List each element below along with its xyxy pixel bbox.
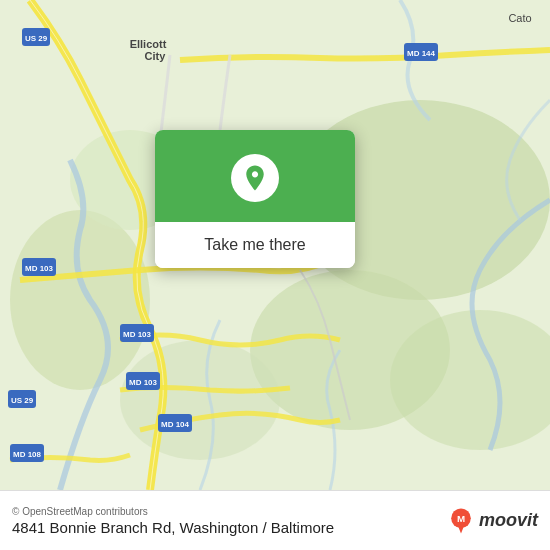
svg-text:MD 144: MD 144 [407, 49, 436, 58]
take-me-there-button[interactable]: Take me there [155, 222, 355, 268]
svg-text:MD 103: MD 103 [25, 264, 54, 273]
address-text: 4841 Bonnie Branch Rd, Washington / Balt… [12, 519, 334, 536]
moovit-text: moovit [479, 510, 538, 531]
svg-text:MD 108: MD 108 [13, 450, 42, 459]
svg-marker-28 [458, 526, 464, 533]
popup-card: Take me there [155, 130, 355, 268]
svg-point-5 [120, 340, 280, 460]
svg-text:MD 103: MD 103 [123, 330, 152, 339]
svg-text:US 29: US 29 [11, 396, 34, 405]
location-pin-icon [231, 154, 279, 202]
svg-text:City: City [145, 50, 167, 62]
bottom-bar: © OpenStreetMap contributors 4841 Bonnie… [0, 490, 550, 550]
svg-text:Cato: Cato [508, 12, 531, 24]
moovit-logo[interactable]: M moovit [447, 507, 538, 535]
address-section: © OpenStreetMap contributors 4841 Bonnie… [12, 506, 334, 536]
svg-text:MD 103: MD 103 [129, 378, 158, 387]
map-container: US 29 US 29 MD 103 MD 103 MD 103 MD 104 … [0, 0, 550, 490]
svg-text:Ellicott: Ellicott [130, 38, 167, 50]
svg-text:MD 104: MD 104 [161, 420, 190, 429]
moovit-pin-icon: M [447, 507, 475, 535]
svg-text:M: M [457, 512, 465, 523]
popup-icon-area [155, 130, 355, 222]
svg-text:US 29: US 29 [25, 34, 48, 43]
attribution-text: © OpenStreetMap contributors [12, 506, 334, 517]
